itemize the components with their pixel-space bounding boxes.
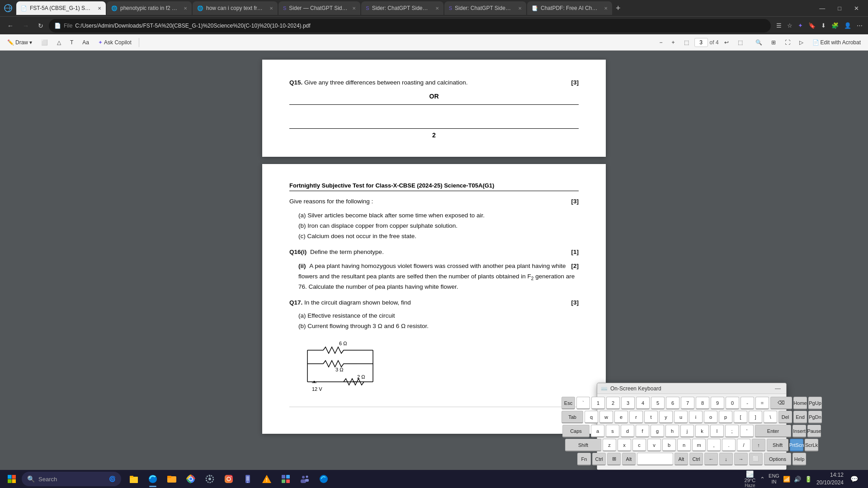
key-0[interactable]: 0 [726, 397, 739, 409]
key-7[interactable]: 7 [681, 397, 694, 409]
volume-icon[interactable]: 🔊 [793, 475, 802, 483]
zoom-out-button[interactable]: − [656, 38, 666, 47]
key-ctrl-right[interactable]: Ctrl [689, 453, 703, 465]
key-6[interactable]: 6 [666, 397, 679, 409]
key-i[interactable]: i [689, 411, 703, 423]
key-k[interactable]: k [695, 425, 709, 437]
key-r[interactable]: r [629, 411, 643, 423]
key-scrlk[interactable]: ScrLk [805, 439, 818, 451]
taskbar-files-app[interactable] [125, 470, 143, 488]
tab-copy-text[interactable]: 🌐 how can i copy text from pdf ✕ [193, 1, 278, 15]
tab-pdf[interactable]: 📄 FST-5A (CBSE_G-1) Science (C... ✕ [16, 1, 106, 15]
collections-button[interactable]: 🔖 [807, 20, 817, 31]
tab-sider1[interactable]: S Sider — ChatGPT Sidebar, GPT... ✕ [278, 1, 360, 15]
key-shift-right[interactable]: Shift [767, 439, 788, 451]
key-c[interactable]: c [632, 439, 646, 451]
key-shift-left[interactable]: Shift [565, 439, 601, 451]
key-minus[interactable]: - [741, 397, 754, 409]
key-ctrl-left[interactable]: Ctrl [592, 453, 606, 465]
key-prtscn[interactable]: PrtScn [790, 439, 803, 451]
close-button[interactable]: ✕ [849, 1, 864, 15]
key-m[interactable]: m [692, 439, 706, 451]
address-input[interactable]: 📄 File C:/Users/Admin/Downloads/FST-5A%2… [49, 19, 771, 33]
tab-close-6[interactable]: ✕ [518, 6, 522, 11]
system-clock[interactable]: 14:12 20/10/2024 [816, 471, 844, 487]
pdf-text-button[interactable]: T [66, 38, 77, 47]
pdf-copilot-button[interactable]: ✦ Ask Copilot [94, 38, 135, 47]
reload-button[interactable]: ↻ [34, 20, 47, 31]
key-d[interactable]: d [621, 425, 634, 437]
network-icon[interactable]: 📶 [782, 475, 791, 483]
key-4[interactable]: 4 [636, 397, 650, 409]
forward-button[interactable]: → [19, 20, 33, 31]
key-w[interactable]: w [599, 411, 613, 423]
key-rbracket[interactable]: ] [749, 411, 762, 423]
presentation-button[interactable]: ▷ [796, 38, 807, 47]
key-space[interactable] [637, 453, 673, 465]
key-lbracket[interactable]: [ [734, 411, 747, 423]
key-pgup[interactable]: PgUp [808, 397, 822, 409]
key-e[interactable]: e [614, 411, 628, 423]
edit-acrobat-button[interactable]: 📄 Edit with Acrobat [809, 38, 864, 47]
battery-icon[interactable]: 🔋 [804, 475, 813, 483]
back-button[interactable]: ← [4, 20, 17, 31]
key-q[interactable]: q [585, 411, 598, 423]
key-del[interactable]: Del [778, 411, 792, 423]
key-slash[interactable]: / [737, 439, 750, 451]
key-win[interactable]: ⊞ [607, 453, 621, 465]
key-period[interactable]: . [722, 439, 736, 451]
key-options[interactable]: Options [764, 453, 791, 465]
tab-chatpdf[interactable]: 📑 ChatPDF: Free AI Chat with An... ✕ [527, 1, 612, 15]
osk-minimize-button[interactable]: — [773, 385, 783, 392]
key-u[interactable]: u [674, 411, 688, 423]
pdf-draw-button[interactable]: ✏️ Draw ▾ [4, 38, 36, 47]
keyboard-layout-icon[interactable]: ENGIN [768, 472, 780, 486]
notification-button[interactable]: 💬 [847, 470, 861, 488]
key-f[interactable]: f [636, 425, 649, 437]
key-pause[interactable]: Pause [807, 425, 821, 437]
taskbar-chrome-app[interactable] [182, 470, 200, 488]
key-y[interactable]: y [659, 411, 673, 423]
fit-page-button[interactable]: ⬚ [680, 38, 693, 47]
weather-widget[interactable]: 🌫️ 29°C Haze [745, 470, 756, 488]
key-right[interactable]: → [734, 453, 748, 465]
tab-phenotypic[interactable]: 🌐 phenotypic ratio in f2 generati... ✕ [107, 1, 192, 15]
tab-close-5[interactable]: ✕ [435, 6, 439, 11]
taskbar-settings-app[interactable] [201, 470, 219, 488]
key-fn[interactable]: Fn [577, 453, 591, 465]
key-o[interactable]: o [704, 411, 717, 423]
key-backtick[interactable]: ` [576, 397, 590, 409]
key-pgdn[interactable]: PgDn [808, 411, 822, 423]
key-v[interactable]: v [647, 439, 661, 451]
key-left[interactable]: ← [704, 453, 718, 465]
key-2[interactable]: 2 [606, 397, 620, 409]
key-quote[interactable]: ' [740, 425, 754, 437]
key-alt-right[interactable]: Alt [675, 453, 688, 465]
key-end[interactable]: End [793, 411, 807, 423]
maximize-button[interactable]: □ [832, 1, 847, 15]
key-l[interactable]: l [710, 425, 724, 437]
key-help[interactable]: Help [793, 453, 806, 465]
tray-expand-icon[interactable]: ⌃ [759, 475, 766, 483]
profile-button[interactable]: 👤 [842, 20, 853, 31]
tab-sider2[interactable]: S Sider: ChatGPT Sidebar - Micro... ✕ [361, 1, 443, 15]
tab-close-1[interactable]: ✕ [98, 6, 101, 11]
key-p[interactable]: p [719, 411, 732, 423]
key-alt-left[interactable]: Alt [622, 453, 636, 465]
key-backspace[interactable]: ⌫ [770, 397, 792, 409]
key-b[interactable]: b [662, 439, 676, 451]
key-home[interactable]: Home [793, 397, 807, 409]
key-down[interactable]: ↓ [719, 453, 733, 465]
search-pdf-button[interactable]: 🔍 [752, 38, 766, 47]
key-n[interactable]: n [677, 439, 691, 451]
key-j[interactable]: j [680, 425, 694, 437]
key-t[interactable]: t [644, 411, 658, 423]
minimize-button[interactable]: — [814, 1, 830, 15]
fullscreen-button[interactable]: ⛶ [781, 38, 794, 47]
settings-button[interactable]: ⋯ [855, 20, 864, 31]
taskbar-edge-app[interactable] [144, 470, 162, 488]
favorites-button[interactable]: ☆ [785, 20, 794, 31]
tab-close-3[interactable]: ✕ [269, 6, 273, 11]
next-page-button[interactable]: ⬚ [734, 38, 746, 47]
taskbar-folder-app[interactable] [163, 470, 181, 488]
